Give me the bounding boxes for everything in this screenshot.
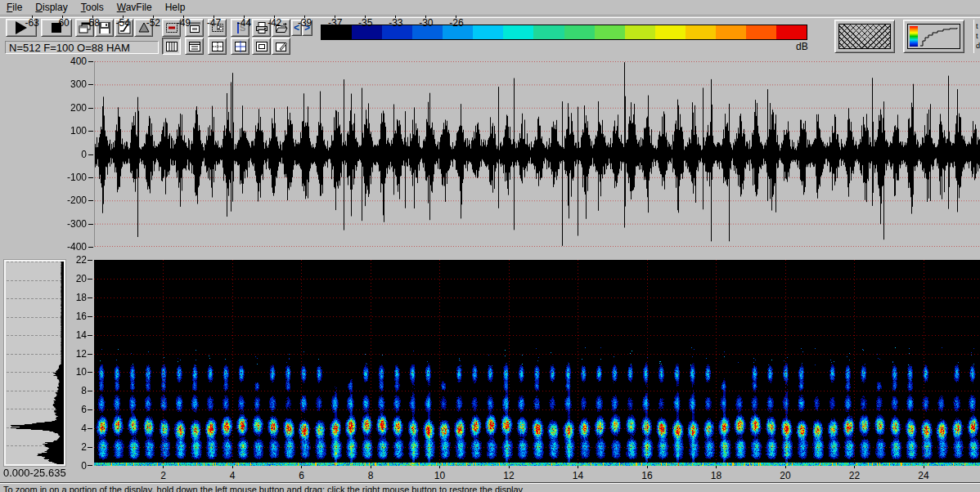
spectrogram-ytick-mark xyxy=(88,279,92,280)
spectrogram-xtick-mark xyxy=(232,466,233,468)
color-scale-label: -26 xyxy=(443,17,470,29)
palette-transfer-icon xyxy=(906,23,961,50)
waveform-ytick-label: -100 xyxy=(54,172,87,183)
waveform-ytick-mark xyxy=(88,224,93,225)
spectrogram-ytick-label: 2 xyxy=(54,441,87,453)
status-bar-text: To zoom in on a portion of the display, … xyxy=(3,485,523,492)
spectrogram-ytick-mark xyxy=(88,354,92,355)
color-scale-label: -30 xyxy=(412,17,440,29)
waveform-ytick-label: -300 xyxy=(54,218,87,230)
spectrogram-xtick-mark xyxy=(716,466,717,468)
menu-file[interactable]: File xyxy=(0,1,29,15)
color-scale-segment xyxy=(564,25,595,39)
spectrogram-xtick-label: 6 xyxy=(287,470,315,481)
crosshatch-pattern-icon xyxy=(838,24,891,49)
edit-notes-icon xyxy=(275,40,288,53)
spectrogram-xtick-mark xyxy=(439,466,440,468)
color-scale-label: -37 xyxy=(321,17,349,29)
clipped-text-line: t xyxy=(976,21,980,31)
color-scale-label: -44 xyxy=(231,17,258,29)
menu-wavfile[interactable]: WavFile xyxy=(110,1,159,15)
spectrogram-canvas xyxy=(94,260,980,466)
waveform-ytick-mark xyxy=(88,247,93,248)
waveform-ytick-label: 400 xyxy=(54,56,87,67)
spectrogram-ytick-label: 4 xyxy=(54,423,87,434)
inner-window-icon xyxy=(255,40,268,53)
spectrogram-xtick-label: 14 xyxy=(564,470,591,481)
palette-transfer-button[interactable] xyxy=(903,20,964,53)
spectrogram-ytick-mark xyxy=(88,391,92,391)
spectrogram-xtick-mark xyxy=(854,466,855,468)
spectrogram-ytick-mark xyxy=(88,372,92,373)
spectrogram-xtick-mark xyxy=(578,466,578,468)
spectrogram-xtick-label: 20 xyxy=(771,470,799,481)
waveform-ytick-label: 200 xyxy=(54,102,87,114)
fft-settings-box: N=512 F=100 O=88 HAM xyxy=(5,41,159,54)
layout-vertical-button[interactable] xyxy=(162,38,181,55)
color-scale-label: -60 xyxy=(48,17,76,29)
menu-tools[interactable]: Tools xyxy=(74,1,110,15)
waveform-ytick-mark xyxy=(88,200,93,201)
spectrogram-xtick-label: 8 xyxy=(357,470,384,481)
color-scale-label: -58 xyxy=(79,17,106,29)
waveform-ytick-label: -400 xyxy=(54,241,87,253)
spectrogram-ytick-mark xyxy=(88,316,92,317)
color-scale-label: -47 xyxy=(200,17,227,29)
color-scale-segment xyxy=(595,25,625,39)
color-scale-segment xyxy=(625,25,655,39)
layout-grid-cross-icon xyxy=(234,40,247,53)
spectrogram-xtick-label: 2 xyxy=(149,470,177,481)
spectrogram-ytick-label: 10 xyxy=(54,366,87,378)
waveform-ytick-mark xyxy=(88,61,93,62)
spectrogram-ytick-mark xyxy=(88,428,92,429)
color-scale-label: -49 xyxy=(169,17,197,29)
spectrogram-xtick-mark xyxy=(924,466,924,468)
spectrogram-ytick-mark xyxy=(88,260,92,261)
layout-top-band-button[interactable] xyxy=(185,38,204,55)
color-scale-segment xyxy=(776,25,807,39)
spectrogram-ytick-label: 22 xyxy=(54,254,87,266)
spectrogram-ytick-label: 16 xyxy=(54,311,87,322)
color-scale-label: -63 xyxy=(18,17,46,29)
layout-grid-button[interactable] xyxy=(208,38,227,55)
layout-grid-icon xyxy=(211,40,224,53)
spectrogram-xtick-label: 16 xyxy=(633,470,661,481)
color-scale-label: -42 xyxy=(261,17,289,29)
spectrogram-xtick-mark xyxy=(509,466,510,468)
waveform-ytick-label: 100 xyxy=(54,125,87,136)
clipped-text-line: d xyxy=(976,41,980,51)
spectrogram-xtick-mark xyxy=(371,466,371,468)
spectrogram-xtick-label: 18 xyxy=(702,470,730,481)
layout-vertical-icon xyxy=(165,40,178,53)
menu-display[interactable]: Display xyxy=(29,1,74,15)
fft-settings-text: N=512 F=100 O=88 HAM xyxy=(9,42,130,54)
waveform-ytick-mark xyxy=(88,84,93,85)
spectrogram-ytick-label: 14 xyxy=(54,329,87,341)
spectrogram-ytick-mark xyxy=(88,409,92,410)
spectrogram-ytick-label: 12 xyxy=(54,348,87,360)
color-scale-label: -33 xyxy=(382,17,410,29)
color-scale-label: -54 xyxy=(109,17,137,29)
menu-bar: File Display Tools WavFile Help xyxy=(0,0,980,15)
layout-grid-cross-button[interactable] xyxy=(231,38,249,55)
menu-help[interactable]: Help xyxy=(159,1,192,15)
pattern-display-button[interactable] xyxy=(834,20,895,53)
spectrogram-xtick-mark xyxy=(163,466,164,468)
spectrogram-ytick-label: 0 xyxy=(54,460,87,472)
average-spectrum-panel xyxy=(4,260,65,466)
spectrogram-plot-area[interactable] xyxy=(94,260,980,466)
color-scale-unit: dB xyxy=(796,41,820,52)
waveform-canvas xyxy=(95,61,980,247)
inner-window-button[interactable] xyxy=(252,38,271,55)
waveform-ytick-mark xyxy=(88,177,93,178)
waveform-ytick-label: -200 xyxy=(54,195,87,206)
clipped-text-line: t xyxy=(976,31,980,41)
color-scale-segment xyxy=(746,25,776,39)
spectrogram-ytick-label: 6 xyxy=(54,404,87,415)
edit-notes-button[interactable] xyxy=(272,38,290,55)
spectrogram-ytick-label: 18 xyxy=(54,292,87,303)
spectrogram-ytick-label: 8 xyxy=(54,385,87,396)
color-scale-label: -39 xyxy=(291,17,319,29)
waveform-plot-area[interactable] xyxy=(94,61,980,247)
spectrogram-ytick-mark xyxy=(88,335,92,336)
